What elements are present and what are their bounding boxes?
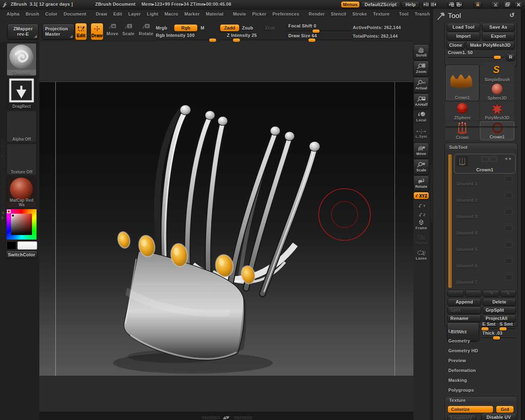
canvas-divider-arrows-icon[interactable] xyxy=(221,415,231,420)
save-as-button[interactable]: Save As xyxy=(482,23,515,31)
local-button[interactable]: Local xyxy=(413,112,429,126)
minimize-button[interactable] xyxy=(491,1,500,8)
xyz-button[interactable]: XYZ xyxy=(413,192,429,199)
rgb-intensity-label[interactable]: Rgb Intensity 100 xyxy=(156,33,194,38)
transp-button[interactable]: Transp xyxy=(413,235,429,249)
frame-button[interactable]: Frame xyxy=(413,219,429,234)
subtool-checkbox[interactable] xyxy=(505,209,512,215)
active-tool-slider-handle[interactable] xyxy=(494,56,501,59)
draw-size-handle[interactable] xyxy=(308,39,315,42)
rgb-button[interactable]: Rgb xyxy=(174,24,198,32)
menu-marker[interactable]: Marker xyxy=(184,11,199,16)
menu-macro[interactable]: Macro xyxy=(164,11,178,16)
subtool-item-unused3[interactable]: Unused 3 xyxy=(454,207,515,224)
default-zscript-button[interactable]: DefaultZScript xyxy=(361,1,400,8)
lasso-button[interactable]: Lasso xyxy=(413,250,429,265)
clone-button[interactable]: Clone xyxy=(447,41,465,49)
primary-color-swatch[interactable] xyxy=(17,241,37,250)
current-stroke-thumbnail[interactable]: DragRect xyxy=(7,78,37,110)
rotate-mode-button[interactable]: R Rotate xyxy=(138,23,154,40)
thick-label[interactable]: Thick .03 xyxy=(482,331,502,336)
focal-shift-slider[interactable] xyxy=(287,31,351,32)
canvas-divider-grip-right[interactable] xyxy=(233,415,253,420)
switch-color-button[interactable]: SwitchColor xyxy=(6,251,37,258)
rotate-z-button[interactable]: Z xyxy=(416,211,427,219)
subtool-eye-icon[interactable] xyxy=(504,156,513,162)
right-tray-divider[interactable] xyxy=(430,9,433,420)
subtool-item-unused1[interactable]: Unused 1 xyxy=(454,174,515,191)
color-picker[interactable] xyxy=(7,209,37,240)
menu-stencil[interactable]: Stencil xyxy=(331,11,346,16)
subtool-checkbox[interactable] xyxy=(505,226,512,231)
subtool-title[interactable]: SubTool xyxy=(449,145,468,150)
subtool-duplicate-button[interactable]: ↷ xyxy=(483,290,499,297)
subtool-item-selected[interactable]: Crown1 xyxy=(454,154,516,173)
rotate-y-button[interactable]: Y xyxy=(416,202,427,210)
rotate-transform-button[interactable]: Rotate xyxy=(413,176,429,191)
restore-button[interactable] xyxy=(503,1,512,8)
z-intensity-slider[interactable] xyxy=(220,40,286,41)
canvas-area[interactable] xyxy=(39,42,413,412)
rgb-intensity-handle[interactable] xyxy=(209,39,216,42)
menu-material[interactable]: Material xyxy=(206,11,224,16)
active-tool-slider[interactable] xyxy=(448,57,504,58)
aahalf-button[interactable]: AAHalf xyxy=(413,94,429,109)
section-geometry[interactable]: Geometry xyxy=(448,338,470,343)
s-smt-slider[interactable] xyxy=(499,329,515,330)
projectall-button[interactable]: ProjectAll xyxy=(483,315,516,322)
rgb-intensity-slider[interactable] xyxy=(156,40,217,41)
zmapper-button[interactable]: ZMapper rev-E xyxy=(7,24,39,39)
menu-render[interactable]: Render xyxy=(308,11,324,16)
scale-mode-button[interactable]: S Scale xyxy=(121,23,135,40)
delete-button[interactable]: Delete xyxy=(483,298,516,306)
subtool-checkbox[interactable] xyxy=(505,176,512,182)
menu-layer[interactable]: Layer xyxy=(128,11,141,16)
close-button[interactable] xyxy=(514,1,523,8)
current-texture-thumbnail[interactable]: Texture Off xyxy=(7,144,37,175)
actual-button[interactable]: x1 Actual xyxy=(413,77,429,93)
tool-thumb-simplebrush[interactable]: S SimpleBrush xyxy=(480,65,514,82)
crown-model[interactable] xyxy=(39,82,413,376)
tool-thumb-zsphere[interactable]: ZSphere xyxy=(445,102,479,121)
r-button[interactable]: R xyxy=(506,53,515,61)
z-intensity-handle[interactable] xyxy=(233,39,240,42)
e-smt-label[interactable]: E Smt xyxy=(482,322,495,326)
subtool-scrollbar[interactable] xyxy=(448,154,452,288)
prev-palette-button[interactable] xyxy=(448,1,455,8)
tool-thumb-polymesh3d[interactable]: PolyMesh3D xyxy=(480,102,514,121)
palette-reset-icon[interactable]: ↺ xyxy=(509,11,515,19)
e-smt-slider[interactable] xyxy=(482,329,498,330)
subtool-item-unused2[interactable]: Unused 2 xyxy=(454,191,515,208)
projection-master-button[interactable]: Projection Master xyxy=(42,24,74,39)
section-deformation[interactable]: Deformation xyxy=(448,368,476,373)
tray-collapse-arrows-icon[interactable] xyxy=(1,210,5,221)
tool-thumb-crown[interactable]: Crown xyxy=(445,121,479,140)
menu-document[interactable]: Document xyxy=(64,11,86,16)
disableuv-button[interactable]: Disable UV xyxy=(481,413,516,420)
load-tool-button[interactable]: Load Tool xyxy=(447,23,480,31)
subtool-item-unused6[interactable]: Unused 6 xyxy=(454,256,515,273)
move-transform-button[interactable]: Move xyxy=(413,143,429,158)
scale-transform-button[interactable]: Scale xyxy=(413,159,429,175)
section-polygroups[interactable]: Polygroups xyxy=(448,388,474,393)
tool-thumb-crown1[interactable]: Crown1 xyxy=(480,121,514,140)
texture-section-title[interactable]: Texture xyxy=(449,398,466,403)
draw-mode-button[interactable]: Draw xyxy=(91,23,103,40)
mrgb-button[interactable]: Mrgb xyxy=(156,25,167,30)
export-button[interactable]: Export xyxy=(482,32,515,40)
current-tool-thumbnail[interactable]: Crown1 xyxy=(445,65,479,101)
section-preview[interactable]: Preview xyxy=(448,358,466,363)
menu-picker[interactable]: Picker xyxy=(252,11,266,16)
zadd-button[interactable]: Zadd xyxy=(220,24,240,32)
rename-button[interactable]: Rename xyxy=(447,315,481,322)
right-tray-scrollbar[interactable] xyxy=(521,9,525,420)
make-polymesh3d-button[interactable]: Make PolyMesh3D xyxy=(466,41,515,49)
scroll-button[interactable]: Scroll xyxy=(413,44,429,60)
current-material-thumbnail[interactable]: MatCap Red Wa xyxy=(7,176,37,208)
menu-tool[interactable]: Tool xyxy=(399,11,409,16)
thick-handle[interactable] xyxy=(493,336,500,340)
menu-preferences[interactable]: Preferences xyxy=(272,11,299,16)
menu-color[interactable]: Color xyxy=(45,11,57,16)
append-button[interactable]: Append xyxy=(447,298,481,306)
next-palette-button[interactable] xyxy=(456,1,463,8)
